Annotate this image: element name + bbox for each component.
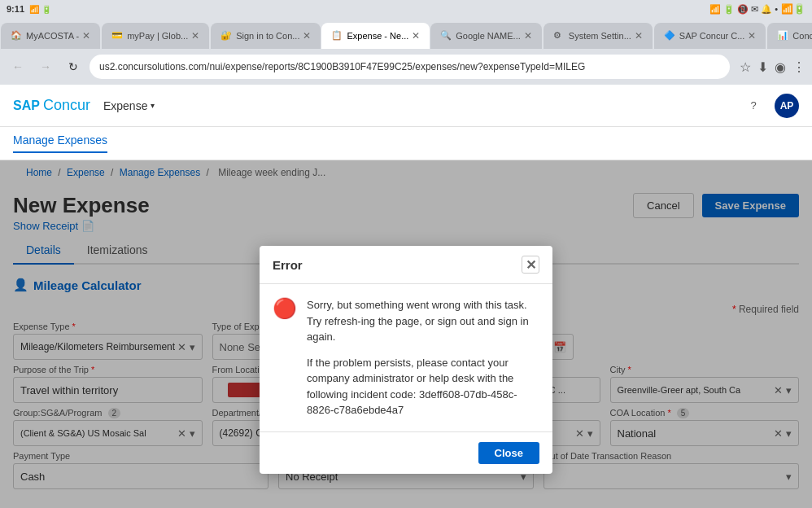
sap-logo: SAP (13, 99, 40, 113)
forward-button[interactable]: → (34, 55, 57, 78)
back-button[interactable]: ← (7, 55, 29, 78)
dialog-footer: Close (260, 431, 552, 474)
address-bar-row: ← → ↻ us2.concursolutions.com/nui/expens… (0, 49, 812, 85)
dialog-close-button[interactable]: ✕ (522, 256, 539, 274)
bookmark-icon[interactable]: ☆ (740, 59, 751, 75)
tab-close-7[interactable]: ✕ (748, 30, 756, 42)
tab-favicon-6: ⚙ (553, 30, 565, 42)
tab-close-2[interactable]: ✕ (191, 30, 199, 42)
tab-close-5[interactable]: ✕ (524, 30, 532, 42)
tab-favicon-3: 🔐 (220, 30, 232, 42)
address-bar[interactable]: us2.concursolutions.com/nui/expense/repo… (89, 55, 730, 79)
tab-concur-expense[interactable]: 📊 Concur Expe... ✕ (767, 23, 812, 49)
browser-action-icons: ☆ ⬇ ◉ ⋮ (740, 59, 805, 75)
error-icon: 🔴 (273, 297, 297, 418)
tab-title-8: Concur Expe... (792, 31, 812, 41)
tab-title-5: Google NAME... (456, 31, 520, 41)
tab-title-1: MyACOSTA - (26, 31, 79, 41)
tab-expense-new[interactable]: 📋 Expense - Ne... ✕ (321, 23, 430, 49)
chevron-down-icon: ▾ (151, 101, 155, 110)
tab-title-4: Expense - Ne... (347, 31, 408, 41)
dialog-header: Error ✕ (260, 246, 552, 284)
dialog-overlay: Error ✕ 🔴 Sorry, but something went wron… (0, 160, 812, 508)
tab-title-2: myPay | Glob... (127, 31, 188, 41)
tab-system[interactable]: ⚙ System Settin... ✕ (544, 23, 653, 49)
dialog-close-label-button[interactable]: Close (478, 442, 539, 464)
download-icon[interactable]: ⬇ (757, 59, 768, 75)
manage-expenses-link[interactable]: Manage Expenses (13, 134, 107, 153)
header-right: ? AP (742, 94, 799, 118)
tab-bar: 🏠 MyACOSTA - ✕ 💳 myPay | Glob... ✕ 🔐 Sig… (0, 18, 812, 49)
tab-sap-concur[interactable]: 🔷 SAP Concur C... ✕ (654, 23, 766, 49)
dialog-message-line1: Sorry, but something went wrong with thi… (307, 297, 539, 345)
tab-title-6: System Settin... (569, 31, 631, 41)
dialog-title: Error (273, 258, 303, 272)
system-icons-right: 📶 🔋 📵 ✉ 🔔 • (709, 4, 778, 15)
tab-title-3: Sign in to Con... (236, 31, 299, 41)
tab-favicon-1: 🏠 (11, 30, 22, 42)
battery-icon: 🔋 (793, 3, 805, 15)
expense-menu[interactable]: Expense ▾ (103, 99, 155, 112)
help-button[interactable]: ? (742, 94, 765, 117)
clock: 9:11 (7, 4, 24, 14)
tab-title-7: SAP Concur C... (679, 31, 745, 41)
tab-close-4[interactable]: ✕ (412, 30, 420, 42)
tab-favicon-5: 🔍 (440, 30, 452, 42)
tab-close-3[interactable]: ✕ (303, 30, 311, 42)
tab-favicon-7: 🔷 (664, 30, 675, 42)
app-header: SAP Concur Expense ▾ ? AP (0, 85, 812, 127)
tab-mypay[interactable]: 💳 myPay | Glob... ✕ (102, 23, 209, 49)
tab-close-1[interactable]: ✕ (82, 30, 90, 42)
sub-nav: Manage Expenses (0, 127, 812, 160)
tab-favicon-4: 📋 (331, 30, 343, 42)
reload-button[interactable]: ↻ (62, 55, 85, 78)
tab-google[interactable]: 🔍 Google NAME... ✕ (430, 23, 541, 49)
system-icons: 📶 🔋 (29, 5, 51, 14)
tab-favicon-2: 💳 (111, 30, 123, 42)
browser-chrome: 9:11 📶 🔋 📶 🔋 📵 ✉ 🔔 • 📶 🔋 🏠 MyACOSTA - ✕ … (0, 0, 812, 85)
app-content: SAP Concur Expense ▾ ? AP Manage Expense… (0, 85, 812, 508)
chrome-icon[interactable]: ◉ (775, 59, 786, 75)
dialog-body: 🔴 Sorry, but something went wrong with t… (260, 284, 552, 431)
dialog-message: Sorry, but something went wrong with thi… (307, 297, 539, 418)
tab-myacosta[interactable]: 🏠 MyACOSTA - ✕ (1, 23, 100, 49)
wifi-icon: 📶 (781, 3, 793, 15)
avatar[interactable]: AP (775, 94, 799, 118)
more-icon[interactable]: ⋮ (792, 59, 805, 75)
expense-menu-label: Expense (103, 99, 147, 112)
error-dialog: Error ✕ 🔴 Sorry, but something went wron… (260, 246, 552, 474)
tab-close-6[interactable]: ✕ (635, 30, 643, 42)
dialog-message-line2: If the problem persists, please contact … (307, 355, 539, 418)
tab-signin[interactable]: 🔐 Sign in to Con... ✕ (211, 23, 321, 49)
page-content: Home / Expense / Manage Expenses / Milea… (0, 160, 812, 508)
concur-brand: Concur (43, 97, 90, 114)
tab-favicon-8: 📊 (777, 30, 788, 42)
